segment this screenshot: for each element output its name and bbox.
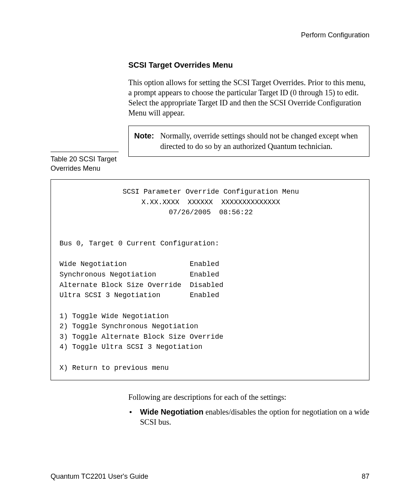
terminal-setting-row: Ultra SCSI 3 Negotiation Enabled <box>60 291 219 299</box>
terminal-exit: X) Return to previous menu <box>60 364 169 372</box>
document-page: Perform Configuration SCSI Target Overri… <box>0 0 420 504</box>
terminal-option: 3) Toggle Alternate Block Size Override <box>60 333 223 341</box>
section-paragraph: This option allows for setting the SCSI … <box>128 77 369 118</box>
terminal-setting-row: Wide Negotiation Enabled <box>60 260 219 268</box>
table-caption: Table 20 SCSI Target Overrides Menu <box>51 152 119 173</box>
terminal-option: 1) Toggle Wide Negotiation <box>60 312 169 320</box>
note-label: Note: <box>134 131 154 152</box>
post-content: Following are descriptions for each of t… <box>128 392 369 427</box>
page-footer: Quantum TC2201 User's Guide 87 <box>51 472 369 481</box>
list-item: Wide Negotiation enables/disables the op… <box>140 407 369 427</box>
footer-page-number: 87 <box>362 472 369 481</box>
terminal-setting-row: Synchronous Negotiation Enabled <box>60 271 219 278</box>
footer-doc-title: Quantum TC2201 User's Guide <box>51 472 148 481</box>
terminal-setting-row: Alternate Block Size Override Disabled <box>60 281 223 289</box>
terminal-version: X.XX.XXXX XXXXXX XXXXXXXXXXXXXX <box>60 197 362 208</box>
terminal-title: SCSI Parameter Override Configuration Me… <box>60 187 362 197</box>
post-paragraph: Following are descriptions for each of t… <box>128 392 369 402</box>
note-box: Note: Normally, override settings should… <box>128 126 369 157</box>
section-heading: SCSI Target Overrides Menu <box>128 61 369 70</box>
running-header: Perform Configuration <box>51 31 369 39</box>
terminal-output: SCSI Parameter Override Configuration Me… <box>51 179 369 380</box>
terminal-timestamp: 07/26/2005 08:56:22 <box>60 207 362 218</box>
bullet-list: Wide Negotiation enables/disables the op… <box>128 407 369 427</box>
bullet-bold-term: Wide Negotiation <box>140 408 203 416</box>
terminal-context: Bus 0, Target 0 Current Configuration: <box>60 240 219 247</box>
content-column: SCSI Target Overrides Menu This option a… <box>128 61 369 157</box>
terminal-option: 4) Toggle Ultra SCSI 3 Negotiation <box>60 343 202 351</box>
terminal-option: 2) Toggle Synchronous Negotiation <box>60 322 198 330</box>
note-text: Normally, override settings should not b… <box>160 131 364 152</box>
